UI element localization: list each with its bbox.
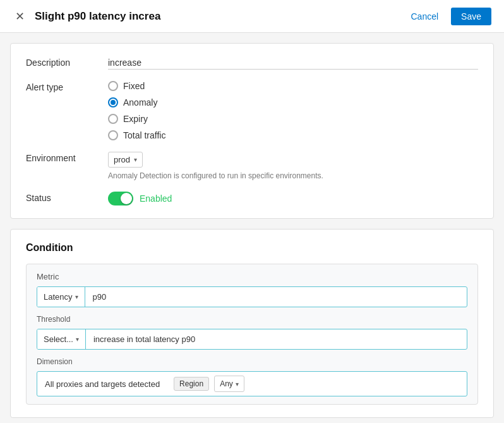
header-left: ✕ Slight p90 latency increa [13, 9, 160, 23]
cancel-button[interactable]: Cancel [403, 8, 446, 25]
description-input[interactable] [108, 56, 478, 70]
dimension-tag: Region [174, 377, 209, 391]
status-label: Status [26, 192, 108, 203]
environment-dropdown-value: prod [114, 155, 130, 164]
radio-anomaly[interactable]: Anomaly [108, 97, 478, 107]
threshold-label: Threshold [37, 315, 467, 324]
save-button[interactable]: Save [451, 8, 491, 25]
radio-fixed-circle [108, 81, 118, 91]
threshold-dropdown[interactable]: Select... ▾ [37, 329, 86, 349]
threshold-value-text: increase in total latency p90 [86, 329, 467, 349]
radio-expiry[interactable]: Expiry [108, 114, 478, 124]
status-text: Enabled [140, 193, 172, 204]
threshold-dropdown-value: Select... [44, 334, 73, 344]
radio-expiry-label: Expiry [123, 114, 148, 124]
dimension-any-dropdown[interactable]: Any ▾ [214, 376, 244, 392]
dimension-chevron-icon: ▾ [236, 381, 239, 388]
environment-value: prod ▾ Anomaly Detection is configured t… [108, 152, 478, 180]
alert-config-card: Description Alert type Fixed Anomaly Exp [10, 43, 494, 219]
status-toggle-row: Enabled [108, 192, 478, 205]
page-title: Slight p90 latency increa [35, 10, 160, 23]
main-content: Description Alert type Fixed Anomaly Exp [0, 43, 504, 423]
description-label: Description [26, 56, 108, 68]
radio-expiry-circle [108, 114, 118, 124]
metric-dropdown[interactable]: Latency ▾ [37, 287, 85, 307]
condition-card: Condition Metric Latency ▾ p90 Threshold… [10, 229, 494, 418]
header-actions: Cancel Save [403, 8, 491, 25]
radio-anomaly-circle [108, 97, 118, 107]
dimension-dropdown-value: Any [220, 379, 233, 388]
dimension-group: Region Any ▾ [167, 372, 251, 396]
environment-label: Environment [26, 152, 108, 163]
metric-value-text: p90 [85, 287, 467, 307]
threshold-chevron-icon: ▾ [76, 336, 79, 343]
description-value [108, 56, 478, 70]
alert-type-options: Fixed Anomaly Expiry Total traffic [108, 81, 478, 140]
environment-row: Environment prod ▾ Anomaly Detection is … [26, 152, 478, 180]
status-row: Status Enabled [26, 192, 478, 205]
metric-input-row: Latency ▾ p90 [37, 286, 467, 307]
close-button[interactable]: ✕ [13, 9, 27, 23]
chevron-down-icon: ▾ [134, 156, 137, 163]
dimension-input-row: All proxies and targets detected Region … [37, 371, 467, 396]
radio-total-traffic-label: Total traffic [123, 130, 165, 140]
alert-type-row: Alert type Fixed Anomaly Expiry Total tr… [26, 81, 478, 140]
environment-dropdown[interactable]: prod ▾ [108, 152, 143, 168]
header: ✕ Slight p90 latency increa Cancel Save [0, 0, 504, 33]
close-icon: ✕ [15, 10, 25, 23]
status-value: Enabled [108, 192, 478, 205]
condition-title: Condition [26, 242, 478, 254]
metric-chevron-icon: ▾ [75, 293, 78, 300]
radio-fixed[interactable]: Fixed [108, 81, 478, 91]
alert-type-label: Alert type [26, 81, 108, 92]
environment-note: Anomaly Detection is configured to run i… [108, 171, 478, 180]
description-row: Description [26, 56, 478, 70]
dimension-label: Dimension [37, 357, 467, 366]
threshold-input-row: Select... ▾ increase in total latency p9… [37, 329, 467, 350]
condition-metric-box: Metric Latency ▾ p90 Threshold Select...… [26, 264, 478, 405]
metric-dropdown-value: Latency [44, 292, 73, 302]
radio-total-traffic[interactable]: Total traffic [108, 130, 478, 140]
metric-label: Metric [37, 272, 467, 281]
radio-anomaly-label: Anomaly [123, 97, 157, 107]
dimension-prefix-text: All proxies and targets detected [37, 374, 167, 394]
radio-fixed-label: Fixed [123, 81, 145, 91]
status-toggle[interactable] [108, 192, 133, 205]
radio-total-traffic-circle [108, 130, 118, 140]
